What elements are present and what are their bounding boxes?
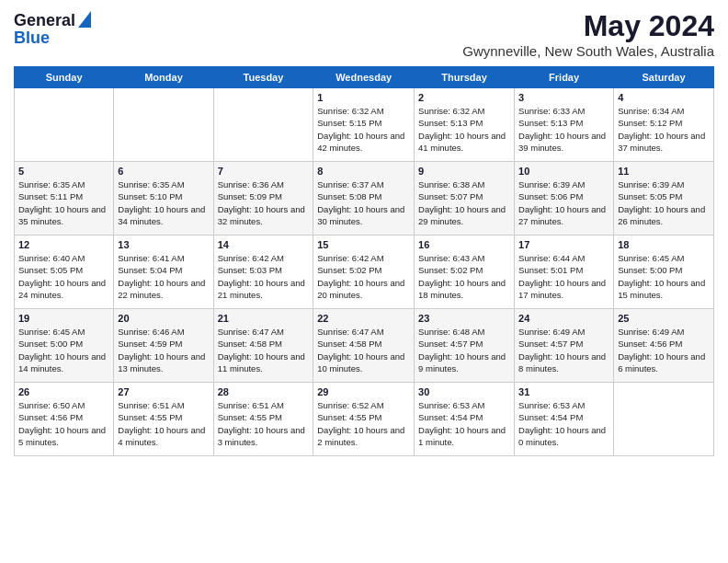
calendar-cell: 18Sunrise: 6:45 AMSunset: 5:00 PMDayligh… bbox=[614, 236, 714, 309]
calendar-cell bbox=[15, 88, 114, 162]
day-info: Sunrise: 6:49 AMSunset: 4:57 PMDaylight:… bbox=[518, 326, 609, 374]
calendar-cell: 1Sunrise: 6:32 AMSunset: 5:15 PMDaylight… bbox=[313, 88, 415, 162]
day-number: 27 bbox=[118, 386, 209, 397]
calendar-cell: 15Sunrise: 6:42 AMSunset: 5:02 PMDayligh… bbox=[313, 236, 415, 309]
calendar-cell bbox=[213, 88, 313, 162]
calendar-cell: 3Sunrise: 6:33 AMSunset: 5:13 PMDaylight… bbox=[515, 88, 614, 162]
day-info: Sunrise: 6:48 AMSunset: 4:57 PMDaylight:… bbox=[418, 326, 510, 374]
calendar-cell: 11Sunrise: 6:39 AMSunset: 5:05 PMDayligh… bbox=[614, 162, 714, 236]
day-number: 30 bbox=[418, 386, 510, 397]
calendar-week-row: 12Sunrise: 6:40 AMSunset: 5:05 PMDayligh… bbox=[15, 236, 714, 309]
day-info: Sunrise: 6:35 AMSunset: 5:11 PMDaylight:… bbox=[18, 178, 109, 227]
calendar-cell: 9Sunrise: 6:38 AMSunset: 5:07 PMDaylight… bbox=[415, 162, 515, 236]
day-number: 8 bbox=[317, 166, 410, 177]
calendar-cell: 22Sunrise: 6:47 AMSunset: 4:58 PMDayligh… bbox=[313, 309, 415, 383]
day-number: 15 bbox=[317, 239, 410, 250]
calendar-cell: 14Sunrise: 6:42 AMSunset: 5:03 PMDayligh… bbox=[213, 236, 313, 309]
day-info: Sunrise: 6:35 AMSunset: 5:10 PMDaylight:… bbox=[118, 178, 209, 227]
day-info: Sunrise: 6:44 AMSunset: 5:01 PMDaylight:… bbox=[518, 252, 609, 301]
day-number: 6 bbox=[118, 166, 209, 177]
day-info: Sunrise: 6:37 AMSunset: 5:08 PMDaylight:… bbox=[317, 178, 410, 227]
day-info: Sunrise: 6:46 AMSunset: 4:59 PMDaylight:… bbox=[118, 326, 209, 374]
calendar-cell: 16Sunrise: 6:43 AMSunset: 5:02 PMDayligh… bbox=[415, 236, 515, 309]
calendar-header-row: Sunday Monday Tuesday Wednesday Thursday… bbox=[15, 67, 714, 88]
day-number: 26 bbox=[18, 386, 109, 397]
day-number: 4 bbox=[618, 92, 710, 103]
day-number: 12 bbox=[18, 239, 109, 250]
day-info: Sunrise: 6:50 AMSunset: 4:56 PMDaylight:… bbox=[18, 399, 109, 448]
calendar-subtitle: Gwynneville, New South Wales, Australia bbox=[462, 43, 714, 59]
day-info: Sunrise: 6:34 AMSunset: 5:12 PMDaylight:… bbox=[618, 105, 710, 154]
day-number: 13 bbox=[118, 239, 209, 250]
col-monday: Monday bbox=[114, 67, 213, 88]
day-number: 16 bbox=[418, 239, 510, 250]
calendar-cell: 23Sunrise: 6:48 AMSunset: 4:57 PMDayligh… bbox=[415, 309, 515, 383]
day-info: Sunrise: 6:45 AMSunset: 5:00 PMDaylight:… bbox=[18, 326, 109, 374]
day-info: Sunrise: 6:41 AMSunset: 5:04 PMDaylight:… bbox=[118, 252, 209, 301]
day-info: Sunrise: 6:45 AMSunset: 5:00 PMDaylight:… bbox=[618, 252, 710, 301]
day-info: Sunrise: 6:51 AMSunset: 4:55 PMDaylight:… bbox=[218, 399, 310, 448]
calendar-cell: 17Sunrise: 6:44 AMSunset: 5:01 PMDayligh… bbox=[515, 236, 614, 309]
logo-blue: Blue bbox=[14, 29, 50, 48]
day-number: 10 bbox=[518, 166, 609, 177]
calendar-cell: 13Sunrise: 6:41 AMSunset: 5:04 PMDayligh… bbox=[114, 236, 213, 309]
day-number: 22 bbox=[317, 313, 410, 324]
title-block: May 2024 Gwynneville, New South Wales, A… bbox=[462, 9, 714, 59]
header: General Blue May 2024 Gwynneville, New S… bbox=[14, 9, 714, 59]
day-number: 24 bbox=[518, 313, 609, 324]
day-number: 14 bbox=[218, 239, 310, 250]
day-info: Sunrise: 6:52 AMSunset: 4:55 PMDaylight:… bbox=[317, 399, 410, 448]
day-number: 20 bbox=[118, 313, 209, 324]
col-friday: Friday bbox=[515, 67, 614, 88]
page: General Blue May 2024 Gwynneville, New S… bbox=[0, 0, 728, 563]
calendar-week-row: 1Sunrise: 6:32 AMSunset: 5:15 PMDaylight… bbox=[15, 88, 714, 162]
day-number: 25 bbox=[618, 313, 710, 324]
day-info: Sunrise: 6:49 AMSunset: 4:56 PMDaylight:… bbox=[618, 326, 710, 374]
day-info: Sunrise: 6:53 AMSunset: 4:54 PMDaylight:… bbox=[518, 399, 609, 448]
day-number: 29 bbox=[317, 386, 410, 397]
calendar-week-row: 19Sunrise: 6:45 AMSunset: 5:00 PMDayligh… bbox=[15, 309, 714, 383]
day-number: 28 bbox=[218, 386, 310, 397]
day-number: 17 bbox=[518, 239, 609, 250]
day-info: Sunrise: 6:47 AMSunset: 4:58 PMDaylight:… bbox=[218, 326, 310, 374]
calendar-cell: 12Sunrise: 6:40 AMSunset: 5:05 PMDayligh… bbox=[15, 236, 114, 309]
calendar-week-row: 5Sunrise: 6:35 AMSunset: 5:11 PMDaylight… bbox=[15, 162, 714, 236]
calendar-cell: 6Sunrise: 6:35 AMSunset: 5:10 PMDaylight… bbox=[114, 162, 213, 236]
day-number: 1 bbox=[317, 92, 410, 103]
calendar-cell: 30Sunrise: 6:53 AMSunset: 4:54 PMDayligh… bbox=[415, 383, 515, 456]
day-info: Sunrise: 6:40 AMSunset: 5:05 PMDaylight:… bbox=[18, 252, 109, 301]
calendar-cell: 31Sunrise: 6:53 AMSunset: 4:54 PMDayligh… bbox=[515, 383, 614, 456]
day-info: Sunrise: 6:51 AMSunset: 4:55 PMDaylight:… bbox=[118, 399, 209, 448]
calendar-cell bbox=[614, 383, 714, 456]
calendar-week-row: 26Sunrise: 6:50 AMSunset: 4:56 PMDayligh… bbox=[15, 383, 714, 456]
calendar-cell: 24Sunrise: 6:49 AMSunset: 4:57 PMDayligh… bbox=[515, 309, 614, 383]
day-number: 3 bbox=[518, 92, 609, 103]
calendar-cell: 28Sunrise: 6:51 AMSunset: 4:55 PMDayligh… bbox=[213, 383, 313, 456]
calendar-cell: 7Sunrise: 6:36 AMSunset: 5:09 PMDaylight… bbox=[213, 162, 313, 236]
calendar-cell bbox=[114, 88, 213, 162]
calendar-cell: 29Sunrise: 6:52 AMSunset: 4:55 PMDayligh… bbox=[313, 383, 415, 456]
day-info: Sunrise: 6:32 AMSunset: 5:15 PMDaylight:… bbox=[317, 105, 410, 154]
calendar-cell: 25Sunrise: 6:49 AMSunset: 4:56 PMDayligh… bbox=[614, 309, 714, 383]
calendar-cell: 2Sunrise: 6:32 AMSunset: 5:13 PMDaylight… bbox=[415, 88, 515, 162]
day-info: Sunrise: 6:39 AMSunset: 5:05 PMDaylight:… bbox=[618, 178, 710, 227]
calendar-cell: 26Sunrise: 6:50 AMSunset: 4:56 PMDayligh… bbox=[15, 383, 114, 456]
day-info: Sunrise: 6:42 AMSunset: 5:02 PMDaylight:… bbox=[317, 252, 410, 301]
calendar-cell: 20Sunrise: 6:46 AMSunset: 4:59 PMDayligh… bbox=[114, 309, 213, 383]
logo-general: General bbox=[14, 11, 75, 30]
day-info: Sunrise: 6:53 AMSunset: 4:54 PMDaylight:… bbox=[418, 399, 510, 448]
day-number: 18 bbox=[618, 239, 710, 250]
day-info: Sunrise: 6:43 AMSunset: 5:02 PMDaylight:… bbox=[418, 252, 510, 301]
calendar-cell: 8Sunrise: 6:37 AMSunset: 5:08 PMDaylight… bbox=[313, 162, 415, 236]
svg-marker-0 bbox=[78, 11, 91, 28]
day-number: 7 bbox=[218, 166, 310, 177]
day-info: Sunrise: 6:33 AMSunset: 5:13 PMDaylight:… bbox=[518, 105, 609, 154]
logo: General Blue bbox=[14, 9, 91, 48]
calendar-table: Sunday Monday Tuesday Wednesday Thursday… bbox=[14, 66, 714, 456]
logo-triangle-icon bbox=[78, 11, 91, 31]
col-wednesday: Wednesday bbox=[313, 67, 415, 88]
day-info: Sunrise: 6:36 AMSunset: 5:09 PMDaylight:… bbox=[218, 178, 310, 227]
col-tuesday: Tuesday bbox=[213, 67, 313, 88]
day-info: Sunrise: 6:39 AMSunset: 5:06 PMDaylight:… bbox=[518, 178, 609, 227]
calendar-cell: 21Sunrise: 6:47 AMSunset: 4:58 PMDayligh… bbox=[213, 309, 313, 383]
